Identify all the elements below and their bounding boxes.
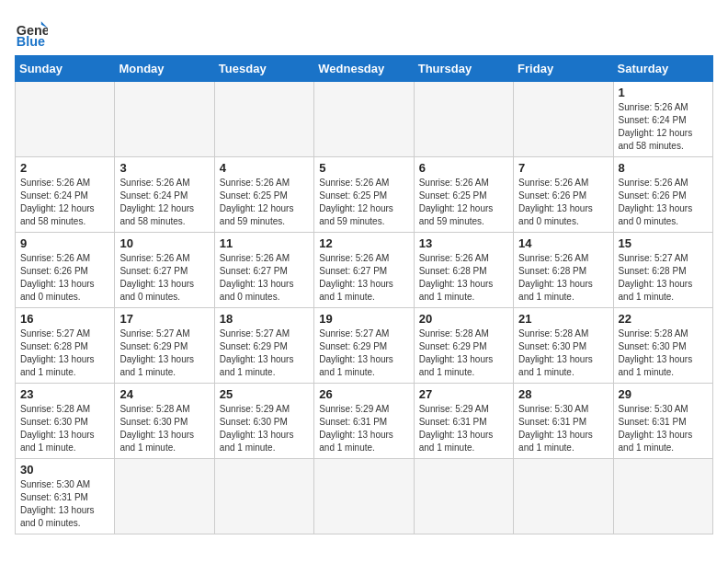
day-info: Sunrise: 5:26 AM Sunset: 6:27 PM Dayligh… xyxy=(119,252,209,304)
calendar-cell: 27Sunrise: 5:29 AM Sunset: 6:31 PM Dayli… xyxy=(414,384,513,459)
day-info: Sunrise: 5:29 AM Sunset: 6:30 PM Dayligh… xyxy=(220,403,309,454)
calendar-cell xyxy=(214,82,313,157)
day-info: Sunrise: 5:26 AM Sunset: 6:25 PM Dayligh… xyxy=(419,177,508,228)
day-info: Sunrise: 5:26 AM Sunset: 6:24 PM Dayligh… xyxy=(619,101,708,153)
day-number: 30 xyxy=(20,463,109,477)
calendar-cell: 3Sunrise: 5:26 AM Sunset: 6:24 PM Daylig… xyxy=(115,157,214,233)
calendar-cell xyxy=(514,82,613,157)
calendar-cell: 17Sunrise: 5:27 AM Sunset: 6:29 PM Dayli… xyxy=(115,308,214,384)
day-info: Sunrise: 5:27 AM Sunset: 6:28 PM Dayligh… xyxy=(20,327,109,379)
calendar-header-row: SundayMondayTuesdayWednesdayThursdayFrid… xyxy=(16,56,713,82)
day-info: Sunrise: 5:28 AM Sunset: 6:30 PM Dayligh… xyxy=(619,327,708,379)
week-row-4: 16Sunrise: 5:27 AM Sunset: 6:28 PM Dayli… xyxy=(16,308,713,384)
header-sunday: Sunday xyxy=(16,56,115,82)
calendar-cell xyxy=(115,82,214,157)
day-number: 8 xyxy=(619,161,708,175)
week-row-5: 23Sunrise: 5:28 AM Sunset: 6:30 PM Dayli… xyxy=(16,384,713,459)
calendar-cell: 10Sunrise: 5:26 AM Sunset: 6:27 PM Dayli… xyxy=(115,233,214,308)
calendar-cell: 6Sunrise: 5:26 AM Sunset: 6:25 PM Daylig… xyxy=(414,157,513,233)
calendar-cell: 7Sunrise: 5:26 AM Sunset: 6:26 PM Daylig… xyxy=(514,157,613,233)
day-number: 6 xyxy=(419,161,508,175)
day-number: 2 xyxy=(20,161,109,175)
day-info: Sunrise: 5:30 AM Sunset: 6:31 PM Dayligh… xyxy=(20,478,109,530)
calendar-cell xyxy=(414,82,513,157)
calendar-cell xyxy=(214,459,313,534)
day-info: Sunrise: 5:26 AM Sunset: 6:26 PM Dayligh… xyxy=(518,177,608,228)
calendar-cell: 12Sunrise: 5:26 AM Sunset: 6:27 PM Dayli… xyxy=(314,233,414,308)
calendar-cell: 28Sunrise: 5:30 AM Sunset: 6:31 PM Dayli… xyxy=(514,384,613,459)
calendar-cell: 23Sunrise: 5:28 AM Sunset: 6:30 PM Dayli… xyxy=(16,384,115,459)
day-info: Sunrise: 5:29 AM Sunset: 6:31 PM Dayligh… xyxy=(319,403,408,454)
day-number: 28 xyxy=(518,387,608,401)
calendar-cell: 18Sunrise: 5:27 AM Sunset: 6:29 PM Dayli… xyxy=(214,308,313,384)
day-number: 17 xyxy=(119,312,209,326)
day-number: 15 xyxy=(619,236,708,250)
calendar-cell: 1Sunrise: 5:26 AM Sunset: 6:24 PM Daylig… xyxy=(613,82,712,157)
day-number: 23 xyxy=(20,387,109,401)
calendar-cell: 9Sunrise: 5:26 AM Sunset: 6:26 PM Daylig… xyxy=(16,233,115,308)
header-tuesday: Tuesday xyxy=(214,56,313,82)
day-info: Sunrise: 5:28 AM Sunset: 6:30 PM Dayligh… xyxy=(518,327,608,379)
calendar-cell: 21Sunrise: 5:28 AM Sunset: 6:30 PM Dayli… xyxy=(514,308,613,384)
header-monday: Monday xyxy=(115,56,214,82)
calendar-cell xyxy=(16,82,115,157)
week-row-6: 30Sunrise: 5:30 AM Sunset: 6:31 PM Dayli… xyxy=(16,459,713,534)
header-wednesday: Wednesday xyxy=(314,56,414,82)
calendar-cell: 14Sunrise: 5:26 AM Sunset: 6:28 PM Dayli… xyxy=(514,233,613,308)
day-number: 22 xyxy=(619,312,708,326)
week-row-1: 1Sunrise: 5:26 AM Sunset: 6:24 PM Daylig… xyxy=(16,82,713,157)
day-number: 7 xyxy=(518,161,608,175)
svg-text:Blue: Blue xyxy=(17,34,45,48)
day-number: 13 xyxy=(419,236,508,250)
day-info: Sunrise: 5:26 AM Sunset: 6:25 PM Dayligh… xyxy=(220,177,309,228)
calendar-cell: 29Sunrise: 5:30 AM Sunset: 6:31 PM Dayli… xyxy=(613,384,712,459)
day-info: Sunrise: 5:26 AM Sunset: 6:26 PM Dayligh… xyxy=(20,252,109,304)
day-info: Sunrise: 5:26 AM Sunset: 6:24 PM Dayligh… xyxy=(20,177,109,228)
logo: General Blue xyxy=(15,15,51,48)
day-number: 21 xyxy=(518,312,608,326)
calendar-cell xyxy=(314,82,414,157)
logo-icon: General Blue xyxy=(15,15,48,48)
calendar-cell xyxy=(115,459,214,534)
day-number: 11 xyxy=(220,236,309,250)
calendar-cell xyxy=(414,459,513,534)
calendar-cell: 13Sunrise: 5:26 AM Sunset: 6:28 PM Dayli… xyxy=(414,233,513,308)
calendar-cell: 30Sunrise: 5:30 AM Sunset: 6:31 PM Dayli… xyxy=(16,459,115,534)
day-info: Sunrise: 5:29 AM Sunset: 6:31 PM Dayligh… xyxy=(419,403,508,454)
calendar-cell: 22Sunrise: 5:28 AM Sunset: 6:30 PM Dayli… xyxy=(613,308,712,384)
calendar-cell: 19Sunrise: 5:27 AM Sunset: 6:29 PM Dayli… xyxy=(314,308,414,384)
calendar-cell: 5Sunrise: 5:26 AM Sunset: 6:25 PM Daylig… xyxy=(314,157,414,233)
calendar-cell: 24Sunrise: 5:28 AM Sunset: 6:30 PM Dayli… xyxy=(115,384,214,459)
day-info: Sunrise: 5:26 AM Sunset: 6:24 PM Dayligh… xyxy=(119,177,209,228)
day-info: Sunrise: 5:26 AM Sunset: 6:27 PM Dayligh… xyxy=(319,252,408,304)
day-number: 14 xyxy=(518,236,608,250)
day-number: 12 xyxy=(319,236,408,250)
calendar-cell: 2Sunrise: 5:26 AM Sunset: 6:24 PM Daylig… xyxy=(16,157,115,233)
day-info: Sunrise: 5:26 AM Sunset: 6:25 PM Dayligh… xyxy=(319,177,408,228)
calendar-cell xyxy=(314,459,414,534)
day-number: 18 xyxy=(220,312,309,326)
calendar-table: SundayMondayTuesdayWednesdayThursdayFrid… xyxy=(15,55,713,534)
day-number: 1 xyxy=(619,86,708,99)
day-number: 29 xyxy=(619,387,708,401)
day-info: Sunrise: 5:26 AM Sunset: 6:26 PM Dayligh… xyxy=(619,177,708,228)
calendar-cell xyxy=(613,459,712,534)
header-thursday: Thursday xyxy=(414,56,513,82)
day-number: 3 xyxy=(119,161,209,175)
day-info: Sunrise: 5:30 AM Sunset: 6:31 PM Dayligh… xyxy=(518,403,608,454)
day-info: Sunrise: 5:27 AM Sunset: 6:29 PM Dayligh… xyxy=(220,327,309,379)
day-number: 19 xyxy=(319,312,408,326)
day-number: 24 xyxy=(119,387,209,401)
day-number: 25 xyxy=(220,387,309,401)
day-number: 5 xyxy=(319,161,408,175)
day-info: Sunrise: 5:30 AM Sunset: 6:31 PM Dayligh… xyxy=(619,403,708,454)
day-info: Sunrise: 5:27 AM Sunset: 6:29 PM Dayligh… xyxy=(319,327,408,379)
page-header: General Blue xyxy=(15,15,713,48)
day-number: 20 xyxy=(419,312,508,326)
day-number: 26 xyxy=(319,387,408,401)
day-number: 27 xyxy=(419,387,508,401)
calendar-cell: 16Sunrise: 5:27 AM Sunset: 6:28 PM Dayli… xyxy=(16,308,115,384)
week-row-3: 9Sunrise: 5:26 AM Sunset: 6:26 PM Daylig… xyxy=(16,233,713,308)
day-info: Sunrise: 5:26 AM Sunset: 6:28 PM Dayligh… xyxy=(518,252,608,304)
day-info: Sunrise: 5:28 AM Sunset: 6:30 PM Dayligh… xyxy=(119,403,209,454)
